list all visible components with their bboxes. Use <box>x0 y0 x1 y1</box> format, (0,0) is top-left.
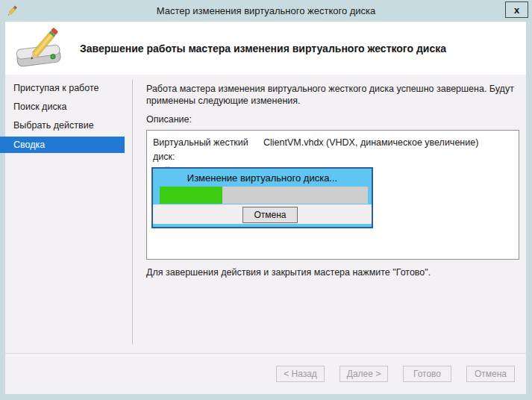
summary-row-disk: Виртуальный жесткий диск: ClientVM.vhdx … <box>153 136 513 164</box>
sidebar-item-locate-disk[interactable]: Поиск диска <box>0 98 125 116</box>
sidebar-divider <box>132 80 133 344</box>
sidebar-item-summary[interactable]: Сводка <box>0 137 125 153</box>
description-label: Описание: <box>146 114 192 125</box>
progress-fill <box>160 187 222 204</box>
next-button[interactable]: Далее > <box>339 366 388 382</box>
progress-cancel-button[interactable]: Отмена <box>242 207 298 223</box>
intro-text: Работа мастера изменения виртуального же… <box>146 83 519 107</box>
pencil-icon <box>6 4 19 17</box>
wizard-button-row: < Назад Далее > Готово Отмена <box>276 366 515 382</box>
page-title: Завершение работы мастера изменения вирт… <box>80 22 511 75</box>
progress-dialog-title: Изменение виртуального диска... <box>153 169 372 187</box>
back-button[interactable]: < Назад <box>276 366 325 382</box>
finish-button[interactable]: Готово <box>403 366 451 382</box>
summary-label: Виртуальный жесткий диск: <box>153 136 263 164</box>
cancel-button[interactable]: Отмена <box>466 366 515 382</box>
footer-note: Для завершения действия и закрытия масте… <box>146 267 519 278</box>
wizard-header: Завершение работы мастера изменения вирт… <box>5 22 526 75</box>
summary-value: ClientVM.vhdx (VHDX, динамическое увелич… <box>263 136 513 164</box>
window-title: Мастер изменения виртуального жесткого д… <box>157 5 376 16</box>
disk-pencil-icon <box>14 25 71 72</box>
close-button[interactable]: x <box>505 1 528 18</box>
sidebar-item-getting-started[interactable]: Приступая к работе <box>0 79 125 98</box>
title-bar: Мастер изменения виртуального жесткого д… <box>0 0 532 22</box>
sidebar-item-choose-action[interactable]: Выбрать действие <box>0 116 125 135</box>
wizard-window: { "window": { "title": "Мастер изменения… <box>0 0 532 400</box>
sidebar-nav: Приступая к работе Поиск диска Выбрать д… <box>0 79 127 154</box>
progress-dialog: Изменение виртуального диска... Отмена <box>151 167 373 228</box>
progress-bar <box>160 187 368 204</box>
